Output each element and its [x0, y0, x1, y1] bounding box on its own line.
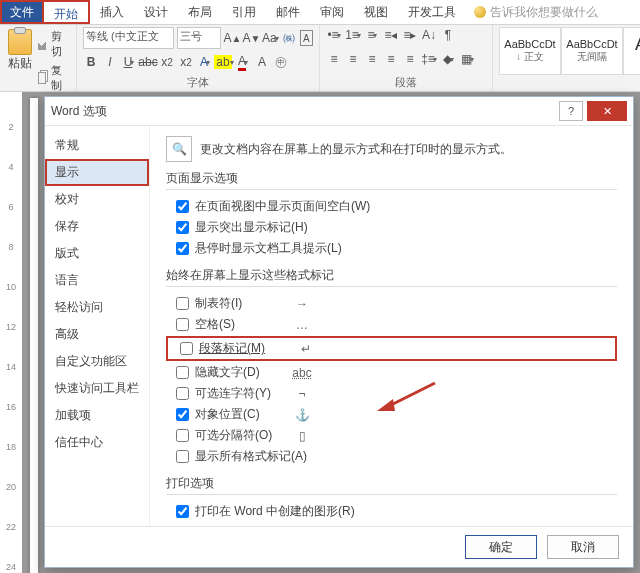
- checkbox[interactable]: [176, 297, 189, 310]
- tab-mail[interactable]: 邮件: [266, 0, 310, 24]
- checkbox[interactable]: [176, 408, 189, 421]
- opt-all-marks[interactable]: 显示所有格式标记(A): [166, 446, 617, 467]
- opt-spaces[interactable]: 空格(S)…: [166, 314, 617, 335]
- sidebar-item-ease[interactable]: 轻松访问: [45, 294, 149, 321]
- phonetic-guide-button[interactable]: ㈱: [281, 30, 296, 46]
- opt-breaks[interactable]: 可选分隔符(O)▯: [166, 425, 617, 446]
- tab-home[interactable]: 开始: [44, 0, 90, 24]
- increase-indent-button[interactable]: ≡▸: [402, 27, 418, 43]
- style-nospacing[interactable]: AaBbCcDt无间隔: [561, 27, 623, 75]
- tab-developer[interactable]: 开发工具: [398, 0, 466, 24]
- cancel-button[interactable]: 取消: [547, 535, 619, 559]
- cut-button[interactable]: 剪切: [36, 27, 70, 61]
- break-symbol-icon: ▯: [287, 429, 317, 443]
- ruler-tick: 4: [0, 162, 22, 172]
- sidebar-item-language[interactable]: 语言: [45, 267, 149, 294]
- font-family-select[interactable]: 等线 (中文正文: [83, 27, 174, 49]
- ruler-tick: 16: [0, 402, 22, 412]
- justify-button[interactable]: ≡: [383, 51, 399, 67]
- align-left-button[interactable]: ≡: [326, 51, 342, 67]
- bold-button[interactable]: B: [83, 54, 99, 70]
- dialog-footer: 确定 取消: [45, 526, 633, 567]
- opt-hyphens[interactable]: 可选连字符(Y)¬: [166, 383, 617, 404]
- enclose-char-button[interactable]: ㊥: [273, 54, 289, 70]
- shading-button[interactable]: ◆▾: [440, 51, 456, 67]
- tab-view[interactable]: 视图: [354, 0, 398, 24]
- tell-me-label: 告诉我你想要做什么: [490, 4, 598, 21]
- sidebar-item-proofing[interactable]: 校对: [45, 186, 149, 213]
- change-case-button[interactable]: Aa▾: [262, 30, 278, 46]
- checkbox[interactable]: [176, 429, 189, 442]
- line-spacing-button[interactable]: ‡≡▾: [421, 51, 437, 67]
- checkbox[interactable]: [176, 221, 189, 234]
- align-right-button[interactable]: ≡: [364, 51, 380, 67]
- highlight-button[interactable]: ab▾: [216, 54, 232, 70]
- grow-font-button[interactable]: A▲: [224, 30, 240, 46]
- tab-file[interactable]: 文件: [0, 0, 44, 24]
- options-content: 🔍 更改文档内容在屏幕上的显示方式和在打印时的显示方式。 页面显示选项 在页面视…: [150, 126, 633, 526]
- superscript-button[interactable]: x2: [178, 54, 194, 70]
- decrease-indent-button[interactable]: ≡◂: [383, 27, 399, 43]
- close-button[interactable]: ✕: [587, 101, 627, 121]
- opt-tab-chars[interactable]: 制表符(I)→: [166, 293, 617, 314]
- opt-show-highlight[interactable]: 显示突出显示标记(H): [166, 217, 617, 238]
- char-border-button[interactable]: A: [300, 30, 313, 46]
- opt-show-whitespace[interactable]: 在页面视图中显示页面间空白(W): [166, 196, 617, 217]
- borders-button[interactable]: ▦▾: [459, 51, 475, 67]
- copy-label: 复制: [49, 62, 68, 94]
- style-normal[interactable]: AaBbCcDt↓ 正文: [499, 27, 561, 75]
- sidebar-item-trust[interactable]: 信任中心: [45, 429, 149, 456]
- multilevel-button[interactable]: ≡▾: [364, 27, 380, 43]
- tab-review[interactable]: 审阅: [310, 0, 354, 24]
- char-shading-button[interactable]: A: [254, 54, 270, 70]
- checkbox[interactable]: [176, 450, 189, 463]
- italic-button[interactable]: I: [102, 54, 118, 70]
- help-button[interactable]: ?: [559, 101, 583, 121]
- sidebar-item-addins[interactable]: 加载项: [45, 402, 149, 429]
- checkbox[interactable]: [176, 366, 189, 379]
- sidebar-item-layout[interactable]: 版式: [45, 240, 149, 267]
- tab-layout[interactable]: 布局: [178, 0, 222, 24]
- tell-me[interactable]: 告诉我你想要做什么: [474, 0, 598, 24]
- text-effects-button[interactable]: A▾: [197, 54, 213, 70]
- underline-button[interactable]: U▾: [121, 54, 137, 70]
- align-center-button[interactable]: ≡: [345, 51, 361, 67]
- subscript-button[interactable]: x2: [159, 54, 175, 70]
- font-size-select[interactable]: 三号: [177, 27, 221, 49]
- checkbox[interactable]: [176, 505, 189, 518]
- checkbox[interactable]: [176, 200, 189, 213]
- show-marks-button[interactable]: ¶: [440, 27, 456, 43]
- sidebar-item-customize-ribbon[interactable]: 自定义功能区: [45, 348, 149, 375]
- bullets-button[interactable]: •≡▾: [326, 27, 342, 43]
- checkbox[interactable]: [176, 387, 189, 400]
- space-symbol-icon: …: [287, 318, 317, 332]
- ok-button[interactable]: 确定: [465, 535, 537, 559]
- shrink-font-button[interactable]: A▼: [243, 30, 259, 46]
- sort-button[interactable]: A↓: [421, 27, 437, 43]
- opt-print-drawings[interactable]: 打印在 Word 中创建的图形(R): [166, 501, 617, 522]
- sidebar-item-save[interactable]: 保存: [45, 213, 149, 240]
- copy-button[interactable]: 复制: [36, 61, 70, 95]
- anchor-symbol-icon: ⚓: [287, 408, 317, 422]
- distributed-button[interactable]: ≡: [402, 51, 418, 67]
- checkbox[interactable]: [176, 242, 189, 255]
- tab-insert[interactable]: 插入: [90, 0, 134, 24]
- sidebar-item-general[interactable]: 常规: [45, 132, 149, 159]
- sidebar-item-display[interactable]: 显示: [45, 159, 149, 186]
- tab-references[interactable]: 引用: [222, 0, 266, 24]
- checkbox[interactable]: [180, 342, 193, 355]
- style-heading1[interactable]: AaBl标题 1: [623, 27, 640, 75]
- sidebar-item-qat[interactable]: 快速访问工具栏: [45, 375, 149, 402]
- opt-hidden-text[interactable]: 隐藏文字(D)abc: [166, 362, 617, 383]
- strikethrough-button[interactable]: abc: [140, 54, 156, 70]
- font-color-button[interactable]: A▾: [235, 54, 251, 70]
- opt-paragraph-marks[interactable]: 段落标记(M)↵: [170, 338, 613, 359]
- tab-symbol-icon: →: [287, 297, 317, 311]
- checkbox[interactable]: [176, 318, 189, 331]
- numbering-button[interactable]: 1≡▾: [345, 27, 361, 43]
- opt-show-tooltips[interactable]: 悬停时显示文档工具提示(L): [166, 238, 617, 259]
- opt-anchors[interactable]: 对象位置(C)⚓: [166, 404, 617, 425]
- cut-icon: [38, 38, 46, 50]
- sidebar-item-advanced[interactable]: 高级: [45, 321, 149, 348]
- tab-design[interactable]: 设计: [134, 0, 178, 24]
